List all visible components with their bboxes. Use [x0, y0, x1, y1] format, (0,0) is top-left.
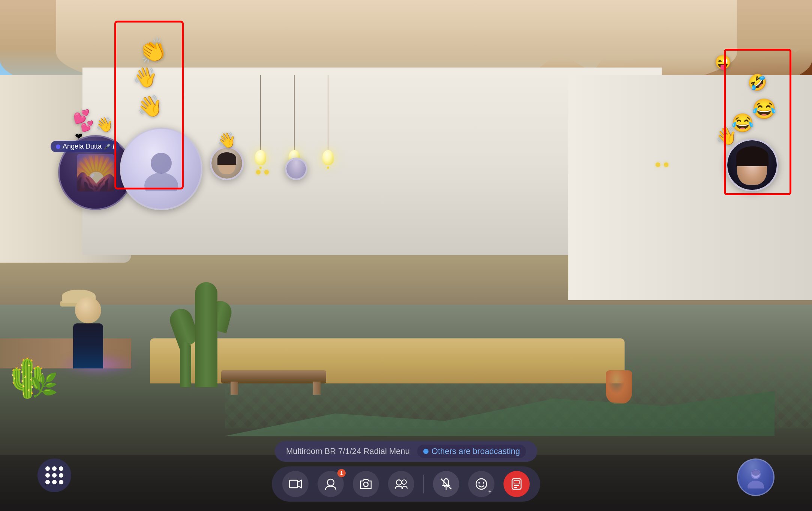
- badge-name: Angela Dutta: [63, 143, 102, 150]
- svg-point-13: [483, 482, 484, 484]
- bench-leg-right: [313, 382, 321, 395]
- svg-point-7: [402, 480, 406, 484]
- svg-point-6: [396, 480, 402, 485]
- mute-icon: [439, 477, 453, 491]
- room-name-label: Multiroom BR 7/1/24 Radial Menu: [286, 446, 410, 456]
- emoji-button[interactable]: +: [468, 471, 494, 497]
- avatar-portal-mid[interactable]: [210, 146, 244, 180]
- badge-icon2: ℹ: [112, 144, 114, 150]
- profile-avatar-icon: [745, 466, 767, 488]
- emoji-icon: [475, 477, 488, 491]
- badge-icon1: 🎤: [104, 144, 110, 150]
- avatar-portal-center[interactable]: [120, 128, 202, 210]
- svg-point-19: [748, 481, 764, 488]
- light-wire-2: [294, 75, 295, 150]
- dot-7: [45, 480, 50, 484]
- vase: [606, 370, 632, 404]
- status-bar: Multiroom BR 7/1/24 Radial Menu Others a…: [275, 441, 537, 462]
- people-button[interactable]: [388, 471, 414, 497]
- yellow-dots-left: [255, 169, 270, 177]
- avatar-portal-far-right[interactable]: [726, 139, 778, 191]
- svg-point-11: [476, 479, 487, 489]
- svg-marker-3: [298, 480, 301, 488]
- yellow-dots-right: [655, 161, 670, 170]
- camera-button[interactable]: [353, 471, 379, 497]
- plant-small: 🌿: [30, 372, 58, 398]
- svg-rect-15: [514, 480, 519, 484]
- clips-icon: [289, 477, 302, 491]
- dot-8: [52, 480, 57, 484]
- hanging-lights: [255, 75, 334, 169]
- light-dot-3: [327, 167, 329, 169]
- svg-point-0: [151, 153, 172, 174]
- badge-dot: [56, 144, 60, 149]
- right-wall: [568, 75, 812, 300]
- default-avatar-icon: [139, 146, 184, 191]
- bottom-bar: Multiroom BR 7/1/24 Radial Menu Others a…: [0, 443, 812, 511]
- dot-9: [59, 480, 63, 484]
- char-body: [73, 323, 103, 368]
- light-2: [289, 75, 300, 169]
- dot-4: [45, 473, 50, 478]
- light-wire-3: [328, 75, 328, 150]
- clips-button[interactable]: [282, 471, 309, 497]
- svg-rect-2: [289, 480, 298, 488]
- svg-point-1: [144, 173, 178, 191]
- character-angela: [66, 297, 111, 391]
- record-button[interactable]: [503, 471, 530, 497]
- bench-leg-left: [231, 382, 238, 395]
- toolbar-separator: [423, 475, 424, 493]
- light-3: [322, 75, 334, 169]
- light-wire: [260, 75, 261, 150]
- svg-point-21: [752, 470, 760, 476]
- broadcast-status[interactable]: Others are broadcasting: [417, 445, 526, 458]
- svg-point-12: [478, 482, 480, 484]
- light-bulb: [255, 150, 266, 165]
- avatar-toolbar-icon: [324, 477, 337, 491]
- light-1: [255, 75, 266, 169]
- avatar-button[interactable]: 1: [318, 471, 344, 497]
- mute-button[interactable]: [433, 471, 459, 497]
- broadcast-label: Others are broadcasting: [431, 446, 520, 456]
- char-head: [75, 297, 101, 323]
- main-toolbar: 1: [272, 466, 540, 502]
- svg-point-4: [327, 479, 334, 486]
- svg-point-5: [364, 482, 368, 487]
- side-menu-button[interactable]: [37, 458, 71, 492]
- dot-1: [45, 466, 50, 471]
- cactus-main: [195, 282, 217, 387]
- light-bulb-3: [322, 150, 334, 165]
- dot-6: [59, 473, 63, 478]
- avatar-portal-right-sm[interactable]: [285, 158, 307, 180]
- dot-2: [52, 466, 57, 471]
- record-icon: [510, 477, 523, 491]
- dot-3: [59, 466, 63, 471]
- camera-icon: [359, 477, 373, 491]
- notification-badge: 1: [337, 469, 346, 477]
- broadcast-dot: [423, 449, 428, 454]
- dot-5: [52, 473, 57, 478]
- dots-grid-icon: [45, 466, 63, 484]
- cactus-small: [180, 342, 191, 387]
- profile-button[interactable]: [737, 458, 775, 496]
- name-badge-angela: Angela Dutta 🎤 ℹ: [51, 141, 120, 152]
- people-icon: [394, 477, 408, 491]
